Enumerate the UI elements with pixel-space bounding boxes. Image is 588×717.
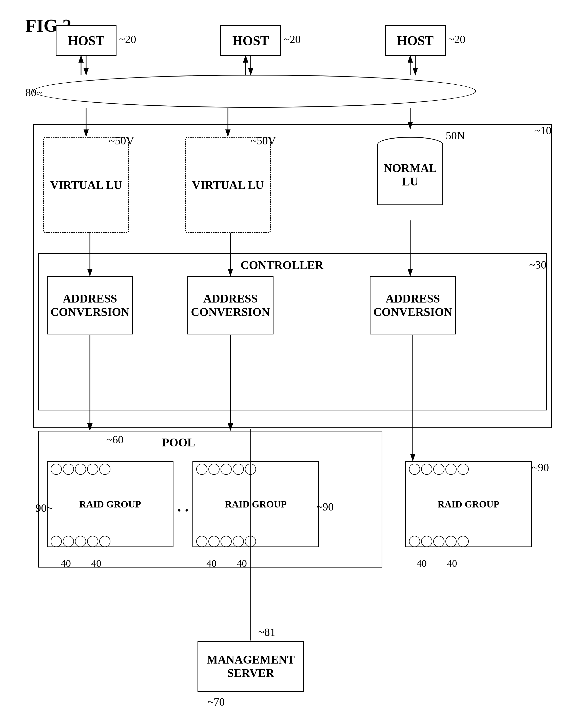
disk	[421, 536, 432, 547]
host-box-1: HOST	[56, 25, 117, 56]
disk-ref-1: 40	[61, 557, 71, 569]
addr-conv-label-3: ADDRESSCONVERSION	[373, 292, 452, 319]
controller-ref-10: ~10	[534, 124, 551, 137]
addr-conv-label-1: ADDRESSCONVERSION	[50, 292, 129, 319]
disk	[208, 536, 219, 547]
disk-top-row-rg2	[196, 464, 256, 475]
disk	[245, 464, 256, 475]
disk	[63, 464, 74, 475]
virtual-lu-label-2: VIRTUAL LU	[192, 178, 264, 192]
disk	[433, 536, 444, 547]
virtual-lu-2: VIRTUAL LU	[185, 137, 271, 233]
disk	[433, 464, 444, 475]
disk	[99, 536, 110, 547]
addr-conv-3: ADDRESSCONVERSION	[370, 276, 456, 334]
disk-bottom-row-rg1	[51, 536, 110, 547]
raid-group-label-2: RAID GROUP	[225, 498, 287, 510]
pool-ref: ~60	[106, 433, 124, 446]
normal-lu-ref: 50N	[446, 129, 465, 142]
pool-label: POOL	[162, 436, 195, 449]
host-ref-3: ~20	[448, 33, 465, 46]
disk	[196, 464, 207, 475]
disk	[208, 464, 219, 475]
addr-conv-2: ADDRESSCONVERSION	[187, 276, 273, 334]
disk-ref-3: 40	[206, 557, 216, 569]
disk-bottom-row-rg2	[196, 536, 256, 547]
disk	[99, 464, 110, 475]
disk	[87, 536, 98, 547]
disk	[458, 464, 469, 475]
disk	[233, 536, 244, 547]
controller-ref-30: ~30	[529, 259, 546, 271]
raid-group-ref-1: 90~	[36, 501, 53, 515]
normal-lu-container: NORMAL LU	[375, 129, 446, 221]
disk-ref-6: 40	[447, 557, 457, 569]
disk	[445, 464, 457, 475]
mgmt-server-box: MANAGEMENTSERVER	[197, 641, 304, 692]
disk-top-row-rg1	[51, 464, 110, 475]
disk-ref-2: 40	[91, 557, 101, 569]
disk	[458, 536, 469, 547]
disk	[87, 464, 98, 475]
disk	[233, 464, 244, 475]
virtual-lu-ref-2: ~50V	[251, 134, 276, 147]
host-ref-1: ~20	[119, 33, 136, 46]
normal-lu-cylinder: NORMAL LU	[377, 137, 443, 213]
disk	[220, 536, 232, 547]
host-ref-2: ~20	[284, 33, 301, 46]
raid-group-ref-2: ~90	[317, 500, 334, 513]
network-ellipse	[33, 75, 476, 108]
disk	[220, 464, 232, 475]
disk	[409, 536, 420, 547]
virtual-lu-label-1: VIRTUAL LU	[50, 178, 122, 192]
virtual-lu-1: VIRTUAL LU	[43, 137, 129, 233]
host-label-3: HOST	[397, 33, 434, 48]
disk	[421, 464, 432, 475]
host-label-1: HOST	[68, 33, 105, 48]
disk	[409, 464, 420, 475]
disk	[63, 536, 74, 547]
disk-ref-4: 40	[237, 557, 247, 569]
raid-group-label-3: RAID GROUP	[438, 498, 499, 510]
mgmt-line-ref: ~81	[258, 626, 275, 639]
controller-label: CONTROLLER	[240, 259, 323, 272]
disk	[51, 536, 62, 547]
raid-group-ref-3-top: ~90	[532, 461, 549, 474]
host-box-2: HOST	[220, 25, 281, 56]
disk-ref-5: 40	[417, 557, 427, 569]
host-box-3: HOST	[385, 25, 446, 56]
disk	[51, 464, 62, 475]
disk	[445, 536, 457, 547]
disk-bottom-row-rg3	[409, 536, 469, 547]
mgmt-server-label: MANAGEMENTSERVER	[207, 653, 295, 680]
host-label-2: HOST	[232, 33, 269, 48]
addr-conv-1: ADDRESSCONVERSION	[47, 276, 133, 334]
raid-group-label-1: RAID GROUP	[79, 498, 141, 510]
network-ref: 80~	[25, 86, 43, 99]
normal-lu-label: NORMAL LU	[382, 161, 438, 188]
disk	[196, 536, 207, 547]
disk	[75, 464, 86, 475]
disk-top-row-rg3	[409, 464, 469, 475]
mgmt-server-ref: ~70	[208, 695, 225, 709]
virtual-lu-ref-1: ~50V	[109, 134, 134, 147]
disk	[245, 536, 256, 547]
addr-conv-label-2: ADDRESSCONVERSION	[191, 292, 270, 319]
disk	[75, 536, 86, 547]
